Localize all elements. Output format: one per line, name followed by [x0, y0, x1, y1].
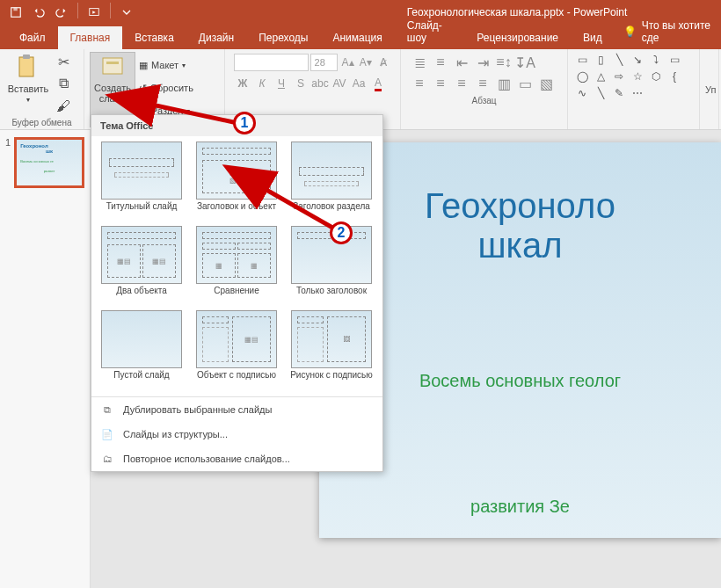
undo-icon[interactable] — [28, 3, 49, 22]
layout-caption: Титульный слайд — [106, 201, 178, 222]
shape-freeform-icon[interactable]: ✎ — [610, 85, 628, 101]
align-right-icon[interactable]: ≡ — [452, 75, 471, 92]
customize-qat-icon[interactable] — [116, 3, 137, 22]
shape-arrow-line-icon[interactable]: ↘ — [629, 52, 646, 68]
shape-star-icon[interactable]: ☆ — [629, 69, 646, 84]
clipboard-group-label: Буфер обмена — [5, 116, 78, 127]
save-icon[interactable] — [5, 3, 26, 22]
duplicate-slides-menu-item[interactable]: ⧉ Дублировать выбранные слайды — [91, 397, 382, 422]
tab-insert[interactable]: Вставка — [122, 26, 186, 49]
grow-font-icon[interactable]: A▴ — [339, 54, 355, 71]
tab-transitions[interactable]: Переходы — [246, 26, 320, 49]
shape-more-icon[interactable]: ⋯ — [629, 85, 646, 101]
bold-icon[interactable]: Ж — [234, 75, 251, 92]
shape-textbox-icon[interactable]: ▯ — [592, 52, 609, 68]
shrink-font-icon[interactable]: A▾ — [358, 54, 374, 71]
slide-layout-dropdown: Тема Office Титульный слайд ▦▤▧▩ Заголов… — [91, 114, 383, 472]
quick-access-toolbar — [0, 3, 137, 22]
shape-brace-icon[interactable]: { — [666, 69, 683, 84]
svg-rect-3 — [19, 57, 33, 76]
layout-button[interactable]: ▦Макет▾ — [139, 55, 193, 75]
reset-button[interactable]: ↺Сбросить — [139, 78, 193, 98]
shapes-gallery[interactable]: ▭ ▯ ╲ ↘ ⤵ ▭ ◯ △ ⇨ ☆ ⬡ { ∿ ╲ ✎ ⋯ — [573, 52, 696, 101]
tab-review[interactable]: Рецензирование — [464, 26, 571, 49]
font-family-combo[interactable] — [234, 54, 309, 71]
chevron-down-icon: ▾ — [26, 96, 30, 104]
start-from-beginning-icon[interactable] — [84, 3, 105, 22]
shape-rect-icon[interactable]: ▭ — [666, 52, 683, 68]
layout-title-slide[interactable]: Титульный слайд — [95, 142, 188, 222]
font-size-combo[interactable]: 28 — [310, 54, 339, 71]
shape-triangle-icon[interactable]: △ — [592, 69, 609, 84]
tab-design[interactable]: Дизайн — [186, 26, 246, 49]
shape-line-icon[interactable]: ╲ — [610, 52, 628, 68]
reuse-slides-menu-item[interactable]: 🗂 Повторное использование слайдов... — [91, 446, 382, 471]
character-spacing-icon[interactable]: AV — [331, 75, 348, 92]
layout-caption: Объект с подписью — [197, 370, 276, 391]
redo-icon[interactable] — [51, 3, 72, 22]
shape-curve-icon[interactable]: ∿ — [573, 85, 591, 101]
layout-caption: Сравнение — [214, 286, 259, 307]
slide-title-line1: Геохроноло — [354, 186, 686, 226]
slide-thumbnail-panel: 1 Геохронол шк Восемь основных ге развит — [0, 130, 91, 588]
columns-icon[interactable]: ▥ — [494, 75, 513, 92]
tab-slideshow[interactable]: Слайд-шоу — [395, 14, 465, 49]
reuse-icon: 🗂 — [100, 452, 114, 466]
slides-from-outline-menu-item[interactable]: 📄 Слайды из структуры... — [91, 422, 382, 446]
font-color-icon[interactable]: A — [369, 75, 387, 92]
shape-oval-icon[interactable]: ◯ — [573, 69, 591, 84]
slide-subtitle-line1: Восемь основных геолог — [354, 371, 686, 391]
duplicate-label: Дублировать выбранные слайды — [123, 404, 272, 415]
numbering-icon[interactable]: ≡ — [431, 54, 450, 71]
clear-formatting-icon[interactable]: A̷ — [375, 54, 391, 71]
layout-blank[interactable]: Пустой слайд — [95, 310, 188, 391]
shape-connector-icon[interactable]: ⤵ — [647, 52, 665, 68]
layout-content-with-caption[interactable]: ▦▤ Объект с подписью — [190, 310, 283, 391]
slide-thumbnail[interactable]: Геохронол шк Восемь основных ге развит — [14, 137, 84, 188]
slide-title-line2: шкал — [354, 226, 686, 265]
layout-dropdown-header: Тема Office — [91, 115, 382, 136]
line-spacing-icon[interactable]: ≡↕ — [494, 54, 513, 71]
tell-me-label: Что вы хотите сде — [642, 19, 712, 44]
duplicate-icon: ⧉ — [100, 403, 114, 417]
layout-section-header[interactable]: Заголовок раздела — [285, 142, 378, 222]
increase-indent-icon[interactable]: ⇥ — [473, 54, 492, 71]
justify-icon[interactable]: ≡ — [473, 75, 492, 92]
font-size-value: 28 — [315, 57, 325, 68]
layout-comparison[interactable]: ▦▦ Сравнение — [190, 226, 283, 307]
layout-two-content[interactable]: ▦▤▦▤ Два объекта — [95, 226, 188, 307]
align-left-icon[interactable]: ≡ — [410, 75, 429, 92]
change-case-icon[interactable]: Aa — [350, 75, 368, 92]
shape-rectangle-icon[interactable]: ▭ — [573, 52, 591, 68]
layout-picture-with-caption[interactable]: 🖼 Рисунок с подписью — [285, 310, 378, 391]
decrease-indent-icon[interactable]: ⇤ — [452, 54, 471, 71]
tab-home[interactable]: Главная — [58, 26, 123, 49]
text-shadow-icon[interactable]: abc — [311, 75, 329, 92]
shape-hexagon-icon[interactable]: ⬡ — [647, 69, 665, 84]
thumb-sub-line2: развит — [20, 169, 78, 173]
format-painter-icon[interactable]: 🖌 — [55, 98, 72, 115]
layout-caption: Заголовок и объект — [197, 201, 276, 222]
slide-number: 1 — [5, 137, 11, 188]
smartart-icon[interactable]: ▧ — [536, 75, 556, 92]
tab-view[interactable]: Вид — [571, 26, 615, 49]
tell-me-search[interactable]: 💡 Что вы хотите сде — [615, 14, 721, 49]
shape-arrow-icon[interactable]: ⇨ — [610, 69, 628, 84]
layout-title-and-content[interactable]: ▦▤▧▩ Заголовок и объект — [190, 142, 283, 222]
text-direction-icon[interactable]: ↧A — [515, 54, 535, 71]
tab-file[interactable]: Файл — [7, 26, 58, 49]
layout-title-only[interactable]: Только заголовок — [285, 226, 378, 307]
cut-icon[interactable]: ✂ — [55, 53, 72, 70]
strikethrough-icon[interactable]: S — [292, 75, 310, 92]
align-center-icon[interactable]: ≡ — [431, 75, 450, 92]
bullets-icon[interactable]: ≣ — [410, 54, 429, 71]
shape-line2-icon[interactable]: ╲ — [592, 85, 609, 101]
underline-icon[interactable]: Ч — [273, 75, 290, 92]
ribbon-tabs: Файл Главная Вставка Дизайн Переходы Ани… — [0, 25, 721, 49]
align-text-icon[interactable]: ▭ — [515, 75, 535, 92]
italic-icon[interactable]: К — [253, 75, 271, 92]
lightbulb-icon: 💡 — [623, 25, 637, 38]
paste-button[interactable]: Вставить ▾ — [5, 52, 51, 116]
copy-icon[interactable]: ⧉ — [55, 75, 72, 92]
tab-animations[interactable]: Анимация — [320, 26, 394, 49]
